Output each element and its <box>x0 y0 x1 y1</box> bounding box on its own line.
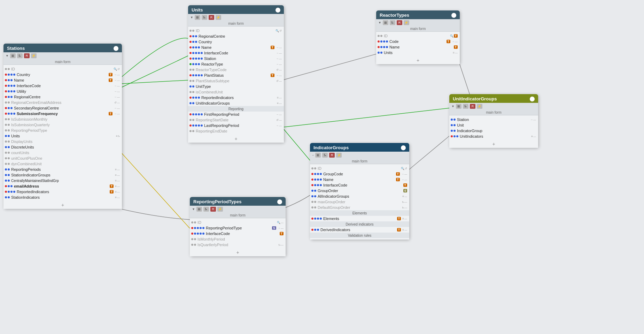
unitindicatorgroups-header: UnitIndicatorGroups <box>449 94 538 103</box>
ig-field-groupcode: GroupCode T →— <box>310 171 409 177</box>
units-field-unittype: UnitType <box>188 84 284 89</box>
field-id: ID 🔍↺ <box>3 66 122 72</box>
stations-grid-icon[interactable]: ⊞ <box>10 53 16 58</box>
field-units: Units ≡fₙ <box>3 133 122 139</box>
stations-table: Stations ▼ ⊞ fₙ R ⚡ main form ID 🔍↺ Coun… <box>3 44 122 209</box>
reactortypes-dropdown-arrow[interactable]: ▼ <box>378 21 381 24</box>
field-interfacecode: InterfaceCode →— <box>3 83 122 89</box>
ig-grid-icon[interactable]: ⊞ <box>315 153 321 158</box>
rpt-dropdown-arrow[interactable]: ▼ <box>192 207 195 211</box>
svg-line-2 <box>282 54 376 80</box>
rpt-fields: ID 🔍— ReportingPeriodType S →— Interface… <box>190 218 286 249</box>
reactortypes-fn-icon[interactable]: fₙ <box>390 20 395 25</box>
rpt-field-reportingperiodtype: ReportingPeriodType S →— <box>190 225 286 231</box>
reactortypes-fields: ID 🔍T Code T →— Name T Units ≡— <box>376 32 460 57</box>
svg-line-0 <box>122 80 188 84</box>
units-grid-icon[interactable]: ⊞ <box>195 15 200 20</box>
field-reportedindicators: ReportedIndicators T ≡— <box>3 189 122 195</box>
ig-field-derivedindicators: DerivedIndicators T ≡— <box>310 227 409 233</box>
ig-bolt-icon[interactable]: ⚡ <box>336 153 342 158</box>
rpt-r-icon[interactable]: R <box>210 207 216 212</box>
ig-section-validationrules: Validation rules <box>310 233 409 238</box>
field-unitcountplusone: unitCountPlusOne <box>3 155 122 161</box>
units-header: Units <box>188 5 284 14</box>
unitindicatorgroups-toolbar[interactable]: ▼ ⊞ fₙ R ⚡ <box>449 103 538 110</box>
ig-r-icon[interactable]: R <box>329 153 335 158</box>
uig-fields: Station →— Unit IndicatorGroup UnitIndic… <box>449 115 538 141</box>
units-field-iscombinedunit: isCombinedUnit <box>188 89 284 95</box>
rt-field-code: Code T →— <box>376 39 460 44</box>
units-table: Units ▼ ⊞ fₙ R ⚡ main form ID 🔍↺ Regiona… <box>188 5 284 143</box>
ig-field-maxgrouporder: maxGroupOrder fₙ— <box>310 199 409 205</box>
units-field-name: Name T →— <box>188 45 284 50</box>
units-add-button[interactable]: + <box>188 135 284 143</box>
uig-field-unit: Unit <box>449 122 538 128</box>
rpt-bolt-icon[interactable]: ⚡ <box>217 207 223 212</box>
uig-dropdown-arrow[interactable]: ▼ <box>451 105 455 108</box>
rpt-toolbar[interactable]: ▼ ⊞ fₙ R ⚡ <box>190 206 286 213</box>
stations-fn-icon[interactable]: fₙ <box>17 53 23 58</box>
stations-subheader: main form <box>3 59 122 65</box>
units-dropdown-arrow[interactable]: ▼ <box>190 16 193 19</box>
stations-bolt-icon[interactable]: ⚡ <box>31 53 37 58</box>
field-regionalcentreemail: RegionalCentreEmailAddress ↺— <box>3 100 122 105</box>
stations-title: Stations <box>7 46 25 51</box>
field-secondaryregionalcentre: SecondaryRegionalCentre →— <box>3 105 122 111</box>
units-field-lastreportingperiod: LastReportingPeriod →— <box>188 123 284 128</box>
svg-line-5 <box>122 153 190 228</box>
rpt-field-id: ID 🔍— <box>190 220 286 225</box>
field-discreteunits: DiscreteUnits <box>3 144 122 150</box>
rpt-title: ReportingPeriodTypes <box>193 199 241 204</box>
units-field-plantstatussubtype: PlantStatusSubtype ↺— <box>188 78 284 84</box>
rpt-add-button[interactable]: + <box>190 249 286 256</box>
field-displayunits: DisplayUnits <box>3 139 122 144</box>
uig-subheader: main form <box>449 110 538 115</box>
ig-minus-icon[interactable]: − <box>312 153 314 157</box>
ig-subheader: main form <box>310 159 409 164</box>
units-bolt-icon[interactable]: ⚡ <box>216 15 221 20</box>
reactortypes-subheader: main form <box>376 26 460 32</box>
reactortypes-toolbar[interactable]: ▼ ⊞ fₙ R ⚡ <box>376 19 460 26</box>
rpt-field-ismonthlperiod: IsMonthlyPeriod <box>190 236 286 242</box>
ig-fields: ID 🔍↺ GroupCode T →— Name T →— Interface… <box>310 164 409 240</box>
ig-section-elements: Elements <box>310 210 409 216</box>
reactortypes-r-icon[interactable]: R <box>397 20 402 25</box>
uig-fn-icon[interactable]: fₙ <box>463 104 468 109</box>
ig-field-grouporder: GroupOrder 0 <box>310 188 409 193</box>
field-reportingperiods: ReportingPeriods ≡— <box>3 167 122 172</box>
field-emailaddress: emailAddress T ≡— <box>3 183 122 189</box>
units-field-firstreportingperiod: FirstReportingPeriod →— <box>188 112 284 117</box>
field-name: Name T →— <box>3 77 122 83</box>
units-title: Units <box>192 7 203 13</box>
stations-add-button[interactable]: + <box>3 202 122 209</box>
rpt-grid-icon[interactable]: ⊞ <box>196 207 202 212</box>
reactortypes-grid-icon[interactable]: ⊞ <box>383 20 388 25</box>
uig-r-icon[interactable]: R <box>470 104 475 109</box>
units-toolbar[interactable]: ▼ ⊞ fₙ R ⚡ <box>188 14 284 21</box>
field-countunits: countUnits <box>3 150 122 155</box>
uig-add-button[interactable]: + <box>449 141 538 148</box>
units-r-icon[interactable]: R <box>209 15 214 20</box>
svg-line-1 <box>122 56 188 87</box>
field-utility: Utility →— <box>3 89 122 94</box>
reactortypes-bolt-icon[interactable]: ⚡ <box>404 20 409 25</box>
ig-fn-icon[interactable]: fₙ <box>322 153 328 158</box>
rpt-fn-icon[interactable]: fₙ <box>203 207 209 212</box>
reportingperiodtypes-table: ReportingPeriodTypes ▼ ⊞ fₙ R ⚡ main for… <box>190 197 286 256</box>
indicatorgroups-title: IndicatorGroups <box>313 145 349 150</box>
stations-r-icon[interactable]: R <box>24 53 30 58</box>
uig-grid-icon[interactable]: ⊞ <box>456 104 461 109</box>
stations-header: Stations <box>3 44 122 52</box>
field-issubmissionquarterly: IsSubmissionQuarterly <box>3 122 122 128</box>
rt-field-units: Units ≡— <box>376 50 460 55</box>
reactortypes-add-button[interactable]: + <box>376 57 460 64</box>
stations-dropdown-arrow[interactable]: ▼ <box>6 54 9 58</box>
units-field-reactortype: ReactorType →— <box>188 61 284 67</box>
field-dyncombinedunit: dynCombinedUnit <box>3 161 122 167</box>
field-issubmissionmonthly: IsSubmissionMonthly <box>3 116 122 122</box>
uig-bolt-icon[interactable]: ⚡ <box>477 104 482 109</box>
units-fn-icon[interactable]: fₙ <box>202 15 207 20</box>
field-country: Country T →— <box>3 72 122 77</box>
indicatorgroups-toolbar[interactable]: − ⊞ fₙ R ⚡ <box>310 152 409 159</box>
stations-toolbar[interactable]: ▼ ⊞ fₙ R ⚡ <box>3 52 122 59</box>
